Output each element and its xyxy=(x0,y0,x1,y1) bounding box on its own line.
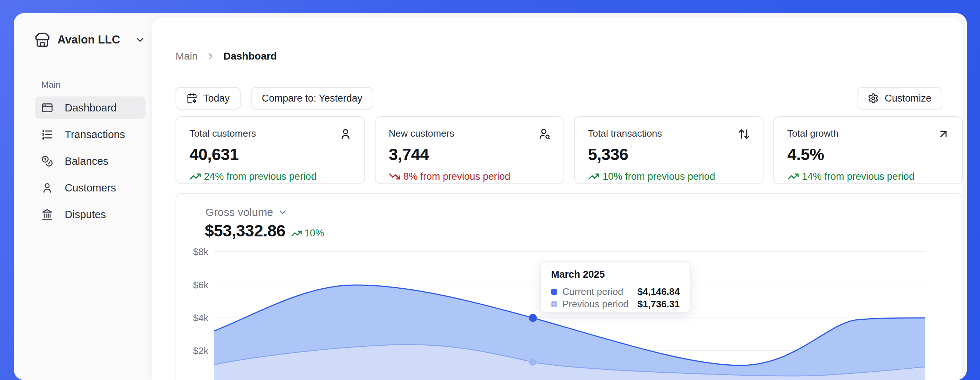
tooltip-row-value: $4,146.84 xyxy=(637,286,680,298)
metric-delta: 10% xyxy=(291,228,324,241)
sidebar-item-label: Disputes xyxy=(65,209,106,221)
stat-label: Total customers xyxy=(189,128,351,139)
y-tick: $8k xyxy=(176,246,208,258)
compare-filter-button[interactable]: Compare to: Yesterday xyxy=(251,87,373,109)
compare-filter-label: Compare to: Yesterday xyxy=(262,93,363,104)
customize-button[interactable]: Customize xyxy=(857,87,942,109)
date-filter-label: Today xyxy=(203,93,230,104)
toolbar-filters: Today Compare to: Yesterday xyxy=(175,87,373,109)
breadcrumb: Main Dashboard xyxy=(175,51,277,62)
sidebar-item-label: Balances xyxy=(65,155,108,167)
breadcrumb-parent[interactable]: Main xyxy=(175,51,198,62)
stat-card-total-transactions: Total transactions 5,336 10% from previo… xyxy=(574,116,764,184)
customers-icon xyxy=(41,182,53,194)
chevron-right-icon xyxy=(206,52,215,61)
stat-card-total-customers: Total customers 40,631 24% from previous… xyxy=(175,116,365,184)
transactions-icon xyxy=(41,128,53,140)
stat-card-total-growth: Total growth 4.5% 14% from previous peri… xyxy=(773,116,963,184)
calendar-settings-icon xyxy=(186,93,197,104)
metric-total-amount: $53,332.86 xyxy=(205,222,285,241)
sidebar-item-transactions[interactable]: Transactions xyxy=(35,123,146,146)
y-tick: $6k xyxy=(176,279,208,291)
current-period-swatch xyxy=(551,289,557,295)
previous-period-swatch xyxy=(551,301,557,307)
sidebar-item-label: Transactions xyxy=(65,128,125,141)
y-tick: $4k xyxy=(176,312,208,324)
sidebar-item-dashboard[interactable]: Dashboard xyxy=(35,97,146,119)
trending-up-icon xyxy=(291,228,302,239)
stat-delta-text: 8% from previous period xyxy=(403,171,511,182)
user-search-icon xyxy=(539,128,551,140)
trending-up-icon xyxy=(189,171,201,182)
chart-tooltip: March 2025 Current period $4,146.84 Prev… xyxy=(540,261,691,313)
store-icon xyxy=(35,32,50,48)
chevron-down-icon xyxy=(135,34,146,45)
gear-icon xyxy=(868,93,879,104)
metric-delta-text: 10% xyxy=(304,228,324,239)
stat-value: 5,336 xyxy=(588,145,749,164)
date-filter-button[interactable]: Today xyxy=(175,87,240,109)
org-name: Avalon LLC xyxy=(57,33,127,46)
stat-delta-text: 14% from previous period xyxy=(802,171,915,182)
y-tick: $0 xyxy=(176,378,208,380)
stat-delta: 14% from previous period xyxy=(787,171,949,182)
metric-select[interactable]: Gross volume xyxy=(205,206,288,218)
org-switcher[interactable]: Avalon LLC xyxy=(35,29,146,51)
sidebar-section-label: Main xyxy=(41,80,60,90)
stat-delta: 8% from previous period xyxy=(389,171,550,182)
sidebar-item-label: Customers xyxy=(65,182,116,194)
stat-label: Total growth xyxy=(787,128,949,139)
stat-label: New customers xyxy=(389,128,550,139)
gross-volume-card: Gross volume $53,332.86 10% $8k $6k $4k … xyxy=(175,193,963,380)
stat-label: Total transactions xyxy=(588,128,749,139)
user-icon xyxy=(339,128,352,140)
sidebar-item-disputes[interactable]: Disputes xyxy=(35,203,146,226)
balances-icon xyxy=(41,155,53,167)
metric-select-label: Gross volume xyxy=(205,206,273,218)
stat-value: 40,631 xyxy=(189,145,351,164)
stat-cards: Total customers 40,631 24% from previous… xyxy=(175,116,963,184)
stat-delta: 10% from previous period xyxy=(588,171,749,182)
trending-up-icon xyxy=(588,171,600,182)
stat-delta: 24% from previous period xyxy=(189,171,351,182)
current-period-point xyxy=(529,314,537,322)
stat-delta-text: 24% from previous period xyxy=(204,171,317,182)
app-window: Avalon LLC Main Dashboard Transactions xyxy=(14,13,967,380)
stat-delta-text: 10% from previous period xyxy=(603,171,715,182)
sidebar-item-balances[interactable]: Balances xyxy=(35,150,146,173)
sidebar-item-label: Dashboard xyxy=(65,102,117,114)
tooltip-row-label: Current period xyxy=(562,286,632,298)
dashboard-icon xyxy=(41,102,53,114)
trending-down-icon xyxy=(389,171,401,182)
arrow-up-right-icon xyxy=(937,128,950,140)
trending-up-icon xyxy=(787,171,799,182)
chevron-down-icon xyxy=(278,207,288,217)
sidebar: Avalon LLC Main Dashboard Transactions xyxy=(14,13,152,380)
metric-total: $53,332.86 10% xyxy=(205,222,324,241)
stat-card-new-customers: New customers 3,744 8% from previous per… xyxy=(375,116,564,184)
tooltip-row-label: Previous period xyxy=(562,299,632,310)
dashboard-page: { "app": { "company": "Avalon LLC" }, "s… xyxy=(0,0,980,380)
y-tick: $2k xyxy=(176,345,208,356)
arrow-up-down-icon xyxy=(738,128,750,140)
disputes-icon xyxy=(41,209,53,220)
stat-value: 4.5% xyxy=(787,145,949,164)
breadcrumb-current: Dashboard xyxy=(223,51,277,62)
tooltip-row-current: Current period $4,146.84 xyxy=(551,285,680,298)
tooltip-row-previous: Previous period $1,736.31 xyxy=(551,298,680,310)
tooltip-title: March 2025 xyxy=(551,269,680,280)
main-panel: Main Dashboard Today Compare to: Yesterd… xyxy=(152,18,962,380)
toolbar-actions: Customize xyxy=(857,87,942,109)
stat-value: 3,744 xyxy=(389,145,550,164)
tooltip-row-value: $1,736.31 xyxy=(637,299,680,310)
sidebar-item-customers[interactable]: Customers xyxy=(35,176,146,199)
sidebar-nav: Dashboard Transactions Balances Cust xyxy=(35,97,146,230)
previous-period-point xyxy=(529,358,536,366)
customize-label: Customize xyxy=(885,93,931,104)
